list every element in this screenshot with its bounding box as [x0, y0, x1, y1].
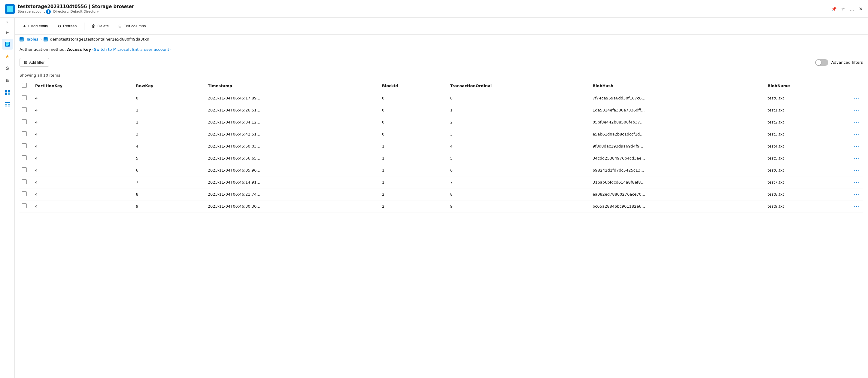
cell-blob-name: test5.txt — [764, 152, 850, 164]
account-label: Storage account — [18, 10, 45, 13]
trash-icon: 🗑 — [92, 24, 96, 29]
cell-blob-hash: 9f8d8dac193d9a69d4f9... — [589, 140, 764, 152]
chevron-right-icon: ▶ — [6, 30, 9, 34]
cell-timestamp: 2023-11-04T06:46:14.91... — [204, 176, 378, 188]
cell-timestamp: 2023-11-04T06:45:26.51... — [204, 104, 378, 116]
cell-blob-hash: ea082ed78800276ace70... — [589, 188, 764, 200]
add-entity-button[interactable]: + + Add entity — [20, 22, 52, 30]
cell-row-key: 8 — [132, 188, 204, 200]
row-checkbox-cell — [20, 92, 32, 104]
cell-row-key: 2 — [132, 116, 204, 128]
refresh-icon: ↻ — [58, 24, 61, 29]
table-area: Showing all 10 items PartitionKey RowKey… — [15, 70, 868, 378]
sidebar-item-grid2[interactable] — [2, 99, 13, 110]
toolbar: + + Add entity ↻ Refresh 🗑 Delete ⊞ Edit… — [15, 18, 868, 34]
delete-label: Delete — [98, 24, 109, 28]
svg-rect-5 — [8, 90, 10, 92]
row-checkbox-2[interactable] — [22, 119, 27, 124]
cell-blob-name: test2.txt — [764, 116, 850, 128]
cell-partition-key: 4 — [32, 200, 132, 212]
sidebar-item-nav[interactable]: ▶ — [2, 27, 13, 37]
star-icon[interactable]: ☆ — [841, 7, 845, 11]
sidebar-expand-icon[interactable]: » — [6, 20, 8, 24]
cell-blob-hash: bc65a28846bc901182e6... — [589, 200, 764, 212]
auth-bar: Authentication method: Access key (Switc… — [15, 44, 868, 55]
row-checkbox-6[interactable] — [22, 167, 27, 172]
cell-block-id: 2 — [378, 188, 446, 200]
data-table: PartitionKey RowKey Timestamp BlockId Tr… — [20, 80, 863, 212]
more-icon[interactable]: … — [850, 7, 854, 11]
cell-row-key: 1 — [132, 104, 204, 116]
delete-button[interactable]: 🗑 Delete — [88, 22, 113, 30]
cell-blob-name: test0.txt — [764, 92, 850, 104]
advanced-filters-toggle[interactable] — [815, 59, 828, 66]
cell-transaction-ordinal: 1 — [446, 104, 589, 116]
cell-transaction-ordinal: 5 — [446, 152, 589, 164]
cell-row-key: 3 — [132, 128, 204, 140]
directory-label: Directory: Default Directory — [53, 10, 99, 13]
refresh-button[interactable]: ↻ Refresh — [54, 22, 81, 30]
row-checkbox-0[interactable] — [22, 95, 27, 100]
cell-timestamp: 2023-11-04T06:45:50.03... — [204, 140, 378, 152]
cell-timestamp: 2023-11-04T06:46:21.74... — [204, 188, 378, 200]
title-bar-actions: 📌 ☆ … ✕ — [831, 6, 863, 12]
svg-rect-1 — [6, 42, 9, 43]
sidebar-item-settings[interactable]: ⚙ — [2, 63, 13, 74]
col-block-id: BlockId — [378, 80, 446, 92]
cell-transaction-ordinal: 7 — [446, 176, 589, 188]
breadcrumb-separator: › — [40, 37, 41, 41]
row-checkbox-3[interactable] — [22, 131, 27, 136]
row-checkbox-1[interactable] — [22, 107, 27, 112]
cell-blob-name: test6.txt — [764, 164, 850, 176]
row-more-button[interactable]: ··· — [850, 200, 863, 212]
sidebar-item-storage[interactable] — [2, 39, 13, 50]
cell-partition-key: 4 — [32, 152, 132, 164]
row-checkbox-5[interactable] — [22, 155, 27, 160]
cell-timestamp: 2023-11-04T06:46:30.30... — [204, 200, 378, 212]
gear-icon: ⚙ — [5, 65, 9, 71]
row-more-button[interactable]: ··· — [850, 92, 863, 104]
breadcrumb-current: demoteststorage1testcontainer1e5d680f49d… — [43, 37, 149, 41]
close-button[interactable]: ✕ — [859, 6, 863, 12]
select-all-checkbox[interactable] — [22, 83, 27, 88]
showing-text: Showing all 10 items — [20, 70, 863, 80]
cell-timestamp: 2023-11-04T06:45:42.51... — [204, 128, 378, 140]
cell-row-key: 5 — [132, 152, 204, 164]
row-more-button[interactable]: ··· — [850, 164, 863, 176]
row-checkbox-cell — [20, 128, 32, 140]
row-checkbox-9[interactable] — [22, 203, 27, 208]
auth-switch-link[interactable]: (Switch to Microsoft Entra user account) — [92, 47, 170, 52]
cell-partition-key: 4 — [32, 188, 132, 200]
row-more-button[interactable]: ··· — [850, 176, 863, 188]
row-more-button[interactable]: ··· — [850, 188, 863, 200]
svg-rect-4 — [5, 90, 7, 92]
row-more-button[interactable]: ··· — [850, 116, 863, 128]
row-checkbox-cell — [20, 176, 32, 188]
refresh-label: Refresh — [63, 24, 77, 28]
cell-timestamp: 2023-11-04T06:45:56.65... — [204, 152, 378, 164]
row-more-button[interactable]: ··· — [850, 128, 863, 140]
svg-rect-6 — [5, 92, 7, 95]
columns-icon: ⊞ — [118, 24, 122, 28]
sidebar-item-favorites[interactable]: ★ — [2, 51, 13, 62]
sidebar-item-grid1[interactable] — [2, 87, 13, 98]
row-more-button[interactable]: ··· — [850, 140, 863, 152]
sidebar: » ▶ ★ ⚙ 🖥 — [0, 18, 15, 378]
sidebar-item-monitor[interactable]: 🖥 — [2, 75, 13, 86]
cell-block-id: 1 — [378, 176, 446, 188]
row-checkbox-4[interactable] — [22, 143, 27, 148]
row-more-button[interactable]: ··· — [850, 104, 863, 116]
pin-icon[interactable]: 📌 — [831, 7, 836, 11]
row-more-button[interactable]: ··· — [850, 152, 863, 164]
cell-row-key: 7 — [132, 176, 204, 188]
breadcrumb-tables[interactable]: Tables — [20, 37, 38, 41]
edit-columns-button[interactable]: ⊞ Edit columns — [115, 22, 149, 30]
col-blob-name: BlobName — [764, 80, 850, 92]
add-filter-button[interactable]: ⊟ Add filter — [20, 58, 49, 67]
tables-icon — [20, 37, 24, 41]
svg-rect-7 — [8, 92, 10, 95]
row-checkbox-8[interactable] — [22, 192, 27, 196]
table-row: 4 1 2023-11-04T06:45:26.51... 0 1 1da531… — [20, 104, 863, 116]
row-checkbox-7[interactable] — [22, 179, 27, 184]
cell-block-id: 0 — [378, 116, 446, 128]
